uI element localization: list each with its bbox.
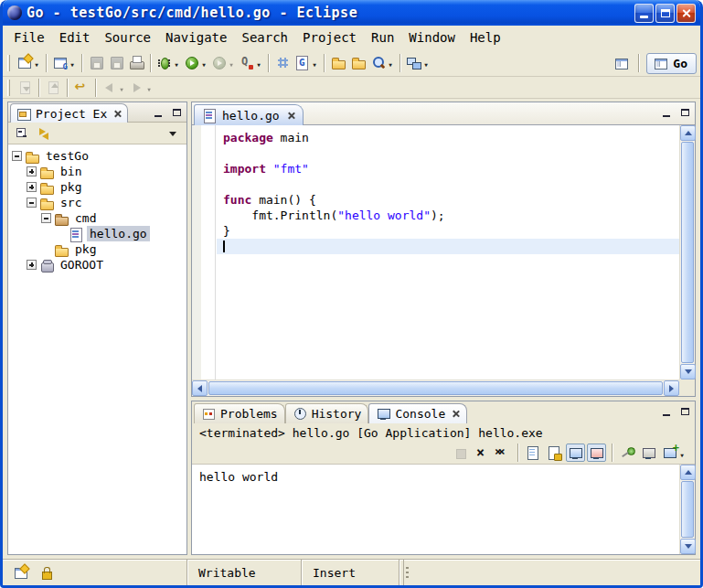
menu-help[interactable]: Help <box>463 28 508 47</box>
tree-item-testgo[interactable]: testGo <box>8 148 186 164</box>
link-editor-button[interactable] <box>34 123 54 142</box>
dropdown-arrow-icon[interactable] <box>145 80 153 94</box>
editor-minimize-button[interactable] <box>659 106 674 119</box>
code-editor[interactable]: package mainimport "fmt"func main() { fm… <box>217 125 679 380</box>
tree-toggle-cmd[interactable] <box>41 213 51 223</box>
show-stdout-button[interactable] <box>566 444 585 462</box>
dropdown-arrow-icon[interactable] <box>255 56 262 69</box>
menu-source[interactable]: Source <box>97 28 158 47</box>
code-line-7[interactable]: } <box>217 223 679 239</box>
menu-run[interactable]: Run <box>364 28 401 47</box>
clear-console-button[interactable] <box>524 444 543 462</box>
tree-toggle-goroot[interactable] <box>27 260 37 270</box>
tree-item-pkg[interactable]: pkg <box>8 179 186 195</box>
dropdown-arrow-icon[interactable] <box>200 56 208 69</box>
pin-console-button[interactable] <box>618 444 637 462</box>
scrollbar-thumb[interactable] <box>681 142 694 363</box>
console-output[interactable]: hello world <box>192 465 679 554</box>
editor-maximize-button[interactable] <box>677 106 692 119</box>
dropdown-arrow-icon[interactable] <box>422 56 430 69</box>
console-vertical-scrollbar[interactable] <box>679 465 695 554</box>
remove-all-button[interactable] <box>493 444 512 462</box>
minimize-button[interactable] <box>634 4 654 23</box>
open-console-button[interactable] <box>660 444 687 462</box>
run-button[interactable] <box>182 52 209 74</box>
tree-item-hello-go[interactable]: hello.go <box>8 226 186 241</box>
search-button[interactable] <box>368 52 396 74</box>
scroll-down-icon[interactable] <box>680 539 696 554</box>
new-wizard-button[interactable] <box>15 52 42 74</box>
maximize-button[interactable] <box>655 4 675 23</box>
print-button[interactable] <box>126 52 146 74</box>
go-perspective-button[interactable]: Go <box>646 53 697 74</box>
code-line-6[interactable]: fmt.Println("hello world"); <box>217 208 679 223</box>
explorer-minimize-button[interactable] <box>151 106 165 119</box>
forward-button[interactable] <box>127 79 154 97</box>
tree-item-goroot[interactable]: GOROOT <box>8 257 186 273</box>
tree-toggle-bin[interactable] <box>27 166 37 176</box>
team-button[interactable] <box>404 52 431 74</box>
explorer-tab-close-icon[interactable] <box>113 110 122 118</box>
new-package-button[interactable] <box>272 52 293 74</box>
run-last-button[interactable] <box>209 52 237 74</box>
code-line-2[interactable] <box>217 145 679 161</box>
tree-toggle-testgo[interactable] <box>12 151 22 161</box>
open-resource-button[interactable] <box>348 52 368 74</box>
coverage-button[interactable] <box>237 52 264 74</box>
toolbar-grip[interactable] <box>7 55 10 71</box>
tree-toggle-pkg[interactable] <box>27 182 37 192</box>
code-line-4[interactable] <box>217 176 679 192</box>
console-tab-console[interactable]: Console <box>368 403 467 423</box>
dropdown-arrow-icon[interactable] <box>69 56 76 69</box>
new-go-project-button[interactable] <box>50 52 78 74</box>
fast-view-button[interactable] <box>10 561 30 583</box>
scroll-up-icon[interactable] <box>680 465 696 480</box>
code-line-8[interactable] <box>217 239 679 254</box>
tree-item-src[interactable]: src <box>8 195 186 210</box>
dropdown-arrow-icon[interactable] <box>118 80 125 94</box>
scroll-left-icon[interactable] <box>192 380 208 396</box>
menu-search[interactable]: Search <box>234 28 295 47</box>
console-minimize-button[interactable] <box>659 405 674 418</box>
collapse-all-button[interactable] <box>12 123 32 142</box>
save-button[interactable] <box>86 52 106 74</box>
debug-button[interactable] <box>154 52 182 74</box>
console-tab-close-icon[interactable] <box>452 410 460 418</box>
previous-annotation-button[interactable] <box>43 79 63 97</box>
tree-toggle-src[interactable] <box>27 198 37 208</box>
dropdown-arrow-icon[interactable] <box>173 56 180 69</box>
tree-item-bin[interactable]: bin <box>8 164 186 179</box>
explorer-tab[interactable]: Project Ex <box>10 103 128 123</box>
dropdown-arrow-icon[interactable] <box>387 56 394 69</box>
code-line-5[interactable]: func main() { <box>217 192 679 208</box>
menu-window[interactable]: Window <box>401 28 463 47</box>
scroll-down-icon[interactable] <box>680 364 696 380</box>
open-type-button[interactable] <box>328 52 348 74</box>
console-tab-history[interactable]: History <box>285 403 369 423</box>
last-edit-button[interactable] <box>71 79 91 97</box>
back-button[interactable] <box>100 79 127 97</box>
scroll-lock-button[interactable] <box>545 444 564 462</box>
lock-button[interactable] <box>36 561 56 583</box>
editor-tab-hello-go[interactable]: hello.go <box>194 104 304 125</box>
tree-item-cmd[interactable]: cmd <box>8 210 186 226</box>
menu-project[interactable]: Project <box>295 28 364 47</box>
scrollbar-thumb[interactable] <box>681 481 694 538</box>
display-console-button[interactable] <box>639 444 658 462</box>
editor-vertical-scrollbar[interactable] <box>679 125 695 380</box>
scroll-up-icon[interactable] <box>680 125 696 141</box>
code-line-3[interactable]: import "fmt" <box>217 161 679 176</box>
view-menu-button[interactable] <box>163 123 183 142</box>
new-go-file-button[interactable] <box>293 52 320 74</box>
dropdown-arrow-icon[interactable] <box>678 446 686 460</box>
show-stderr-button[interactable] <box>587 444 606 462</box>
terminate-button[interactable] <box>451 444 470 462</box>
explorer-maximize-button[interactable] <box>169 106 184 119</box>
dropdown-arrow-icon[interactable] <box>228 56 235 69</box>
toolbar-grip[interactable] <box>7 80 10 96</box>
next-annotation-button[interactable] <box>15 79 35 97</box>
scrollbar-thumb[interactable] <box>208 381 663 395</box>
menu-file[interactable]: File <box>6 28 52 47</box>
console-maximize-button[interactable] <box>677 405 692 418</box>
editor-horizontal-scrollbar[interactable] <box>192 380 679 396</box>
